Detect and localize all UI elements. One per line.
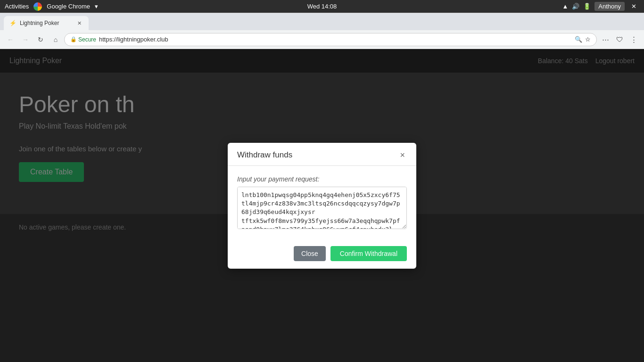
confirm-withdrawal-button[interactable]: Confirm Withdrawal <box>330 246 407 261</box>
tab-close-button[interactable]: ✕ <box>75 19 83 27</box>
modal-label: Input your payment request: <box>237 175 407 183</box>
address-bar[interactable]: 🔒 Secure https://lightningpoker.club 🔍 ☆ <box>64 33 597 46</box>
os-topbar-left: Activities Google Chrome ▾ <box>5 2 98 11</box>
forward-button[interactable]: → <box>19 33 32 46</box>
wifi-icon: ▲ <box>562 3 568 10</box>
zoom-icon[interactable]: 🔍 <box>575 36 582 43</box>
refresh-button[interactable]: ↻ <box>34 33 47 46</box>
address-right-icons: 🔍 ☆ <box>575 36 591 43</box>
bookmark-icon[interactable]: ☆ <box>585 36 591 43</box>
os-topbar-right: ▲ 🔊 🔋 Anthony ✕ <box>562 2 639 11</box>
browser-toolbar: ← → ↻ ⌂ 🔒 Secure https://lightningpoker.… <box>0 30 644 49</box>
menu-button[interactable]: ⋮ <box>627 33 640 46</box>
secure-badge: 🔒 Secure <box>70 36 96 43</box>
tab-favicon: ⚡ <box>9 20 16 26</box>
address-url: https://lightningpoker.club <box>99 36 168 43</box>
browser-tabs-bar: ⚡ Lightning Poker ✕ <box>0 13 644 30</box>
secure-label: Secure <box>78 36 96 43</box>
os-datetime: Wed 14:08 <box>307 3 337 10</box>
close-button[interactable]: Close <box>294 246 326 261</box>
os-close-button[interactable]: ✕ <box>628 2 639 11</box>
activities-button[interactable]: Activities <box>5 3 29 10</box>
extensions-button[interactable]: ⋯ <box>599 33 612 46</box>
new-tab-button[interactable] <box>91 17 105 30</box>
home-button[interactable]: ⌂ <box>49 33 62 46</box>
browser-tab-lightning-poker[interactable]: ⚡ Lightning Poker ✕ <box>4 16 89 30</box>
payment-request-input[interactable] <box>237 187 407 229</box>
user-menu[interactable]: Anthony <box>594 2 625 11</box>
chrome-icon <box>33 2 42 11</box>
volume-icon: 🔊 <box>572 3 579 10</box>
page-content: Lightning Poker Balance: 40 Sats Logout … <box>0 49 644 362</box>
toolbar-right-buttons: ⋯ 🛡 ⋮ <box>599 33 640 46</box>
modal-footer: Close Confirm Withdrawal <box>228 240 416 269</box>
browser-window: ⚡ Lightning Poker ✕ ← → ↻ ⌂ 🔒 Secure htt… <box>0 13 644 49</box>
os-topbar: Activities Google Chrome ▾ Wed 14:08 ▲ 🔊… <box>0 0 644 13</box>
tab-title: Lightning Poker <box>20 20 72 26</box>
battery-icon: 🔋 <box>583 3 591 10</box>
pocket-button[interactable]: 🛡 <box>613 33 626 46</box>
modal-body: Input your payment request: <box>228 166 416 240</box>
modal-overlay: Withdraw funds × Input your payment requ… <box>0 49 644 362</box>
dropdown-arrow-icon[interactable]: ▾ <box>95 3 98 10</box>
back-button[interactable]: ← <box>4 33 17 46</box>
modal-title: Withdraw funds <box>237 150 292 160</box>
browser-name-label: Google Chrome <box>47 3 90 10</box>
withdraw-modal: Withdraw funds × Input your payment requ… <box>228 143 416 269</box>
modal-header: Withdraw funds × <box>228 143 416 166</box>
lock-icon: 🔒 <box>70 36 77 42</box>
modal-close-x-button[interactable]: × <box>398 151 407 159</box>
